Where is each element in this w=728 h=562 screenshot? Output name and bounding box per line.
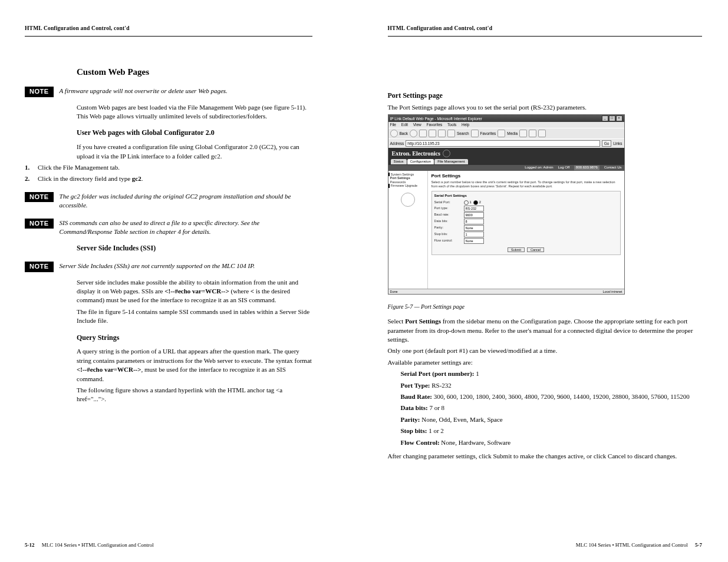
toolbar: Back Search Favorites Media <box>388 128 624 138</box>
window-buttons: _ □ × <box>602 115 622 121</box>
page-title: Port Settings <box>431 173 621 179</box>
brand-icon <box>443 150 450 157</box>
right-page: HTML Configuration and Control, cont'd P… <box>364 0 729 562</box>
main-panel: Port Settings Select a port number below… <box>428 171 624 289</box>
paragraph: The Port Settings page allows you to set… <box>388 103 703 112</box>
select-baud[interactable]: 9600 <box>464 212 484 218</box>
section-title: Custom Web Pages <box>77 66 312 78</box>
print-icon[interactable] <box>538 130 546 137</box>
step-1: 1. Click the File Management tab. <box>25 163 312 172</box>
paragraph: Server side includes make possible the a… <box>77 278 312 305</box>
paragraph: The following figure shows a standard hy… <box>77 386 312 404</box>
links-label[interactable]: Links <box>613 141 622 146</box>
row-port-type: Port type: RS-232 <box>434 206 618 211</box>
note-3: NOTE SIS commands can also be used to di… <box>25 219 312 237</box>
figure-caption: Figure 5-7 — Port Settings page <box>388 303 703 311</box>
contact-link[interactable]: Contact Us <box>604 166 622 170</box>
favorites-label: Favorites <box>480 131 496 136</box>
footer-left: 5-12 MLC 104 Series • HTML Configuration… <box>25 541 154 549</box>
minimize-icon[interactable]: _ <box>602 115 608 121</box>
note-badge: NOTE <box>25 87 54 97</box>
rule-left <box>25 36 312 37</box>
param-line: Serial Port (port number): 1 <box>401 369 703 378</box>
media-icon[interactable] <box>498 130 505 137</box>
back-icon[interactable] <box>390 130 398 137</box>
note-text: A firmware upgrade will not overwrite or… <box>60 87 312 95</box>
sidebar-item-system[interactable]: System Settings <box>388 173 426 177</box>
home-icon[interactable] <box>438 130 446 137</box>
note-text: Server Side Includes (SSIs) are not curr… <box>60 262 312 270</box>
select-port-type[interactable]: RS-232 <box>464 206 484 211</box>
go-button[interactable]: Go <box>602 140 612 147</box>
subhead-qs: Query Strings <box>77 333 312 343</box>
stop-icon[interactable] <box>419 130 427 137</box>
media-label: Media <box>507 131 518 136</box>
mail-icon[interactable] <box>529 130 536 137</box>
select-stop[interactable]: 1 <box>464 232 484 237</box>
menu-view[interactable]: View <box>413 123 421 127</box>
step-num: 1. <box>25 163 38 172</box>
row-data: Data bits: 8 <box>434 219 618 224</box>
note-badge: NOTE <box>25 192 54 202</box>
footer-text: MLC 104 Series • HTML Configuration and … <box>42 542 154 548</box>
window-titlebar: IP Link Default Web Page - Microsoft Int… <box>388 115 624 122</box>
history-icon[interactable] <box>519 130 527 137</box>
select-data[interactable]: 8 <box>464 219 484 224</box>
favorites-icon[interactable] <box>471 130 479 137</box>
step-num: 2. <box>25 174 38 183</box>
paragraph: A query string is the portion of a URL t… <box>77 347 312 384</box>
paragraph: The file in figure 5-14 contains sample … <box>77 308 312 326</box>
button-row: Submit Cancel <box>434 247 618 253</box>
menu-help[interactable]: Help <box>462 123 469 127</box>
refresh-icon[interactable] <box>429 130 436 137</box>
paragraph: After changing parameter settings, click… <box>388 452 703 461</box>
tab-status[interactable]: Status <box>391 159 407 164</box>
cancel-button[interactable]: Cancel <box>527 247 544 253</box>
running-head-right: HTML Configuration and Control, cont'd <box>388 25 703 32</box>
rule-right <box>388 36 703 37</box>
running-head-left: HTML Configuration and Control, cont'd <box>25 25 312 32</box>
phone: 800.633.9876 <box>574 166 599 170</box>
subsection-title: Port Settings page <box>388 91 703 101</box>
note-4: NOTE Server Side Includes (SSIs) are not… <box>25 262 312 272</box>
sidebar-item-firmware[interactable]: Firmware Upgrade <box>388 184 426 188</box>
radio-port-1[interactable] <box>464 200 469 205</box>
addressbar: Address http://10.13.195.23 Go Links <box>388 138 624 148</box>
tab-file-management[interactable]: File Management <box>434 159 467 164</box>
sidebar-item-port[interactable]: Port Settings <box>390 176 426 180</box>
select-parity[interactable]: None <box>464 225 484 231</box>
subhead-ssi: Server Side Includes (SSI) <box>77 243 312 253</box>
row-serial-port: Serial Port: 1 2 <box>434 200 618 205</box>
note-2: NOTE The gc2 folder was included during … <box>25 192 312 210</box>
close-icon[interactable]: × <box>616 115 622 121</box>
maximize-icon[interactable]: □ <box>609 115 615 121</box>
select-flow[interactable]: None <box>464 238 484 244</box>
search-icon[interactable] <box>447 130 455 137</box>
address-input[interactable]: http://10.13.195.23 <box>406 140 599 147</box>
row-parity: Parity: None <box>434 225 618 231</box>
left-page: HTML Configuration and Control, cont'd C… <box>0 0 364 562</box>
radio-port-2[interactable] <box>473 200 478 205</box>
menu-file[interactable]: File <box>390 123 396 127</box>
submit-button[interactable]: Submit <box>508 247 525 253</box>
note-badge: NOTE <box>25 219 54 229</box>
paragraph: Only one port (default port #1) can be v… <box>388 346 703 355</box>
row-stop: Stop bits: 1 <box>434 232 618 237</box>
menu-tools[interactable]: Tools <box>447 123 456 127</box>
logoff-link[interactable]: Log Off <box>558 166 570 170</box>
step-2: 2. Click in the directory field and type… <box>25 174 312 183</box>
footer-right: MLC 104 Series • HTML Configuration and … <box>576 541 702 549</box>
menu-edit[interactable]: Edit <box>401 123 408 127</box>
sidebar-logo-icon <box>401 193 415 207</box>
page-number: 5-7 <box>695 542 702 548</box>
param-line: Baud Rate: 300, 600, 1200, 1800, 2400, 3… <box>401 392 703 401</box>
sidebar-item-passwords[interactable]: Passwords <box>390 180 426 184</box>
window-title: IP Link Default Web Page - Microsoft Int… <box>390 117 482 121</box>
tab-configuration[interactable]: Configuration <box>407 159 434 164</box>
step-body: Click in the directory field and type gc… <box>38 174 312 183</box>
menu-favorites[interactable]: Favorites <box>427 123 443 127</box>
status-right: Local intranet <box>602 290 622 294</box>
forward-icon[interactable] <box>410 130 417 137</box>
brand-text: Extron. Electronics <box>392 150 440 157</box>
sidebar: System Settings Port Settings Passwords … <box>388 171 428 289</box>
